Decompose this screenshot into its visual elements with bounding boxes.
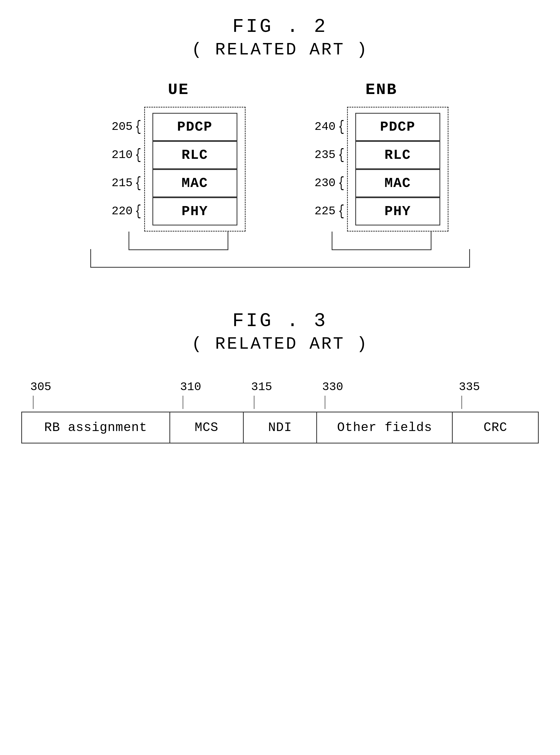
enb-ref-240: 240 } (315, 113, 347, 141)
ue-ref-215: 215 } (112, 169, 144, 197)
enb-phy-layer: PHY (355, 197, 440, 225)
enb-ref-235: 235 } (315, 141, 347, 169)
ue-dashed-box: PDCP RLC MAC PHY (144, 107, 246, 232)
enb-curly-230: } (338, 176, 344, 191)
enb-entity: ENB 240 } 235 } 230 } (315, 81, 448, 250)
ue-mac-layer: MAC (153, 169, 237, 197)
ref-310-tick (183, 396, 183, 409)
enb-ref-240-text: 240 (315, 120, 336, 133)
cell-mcs-text: MCS (195, 420, 218, 435)
ref-335-tick (461, 396, 462, 409)
ue-ref-205-text: 205 (112, 120, 133, 133)
ref-305-text: 305 (30, 380, 51, 394)
fig2-subtitle: ( RELATED ART ) (21, 40, 539, 59)
enb-ref-230: 230 } (315, 169, 347, 197)
cell-other-fields: Other fields (317, 413, 453, 443)
ue-ref-220: 220 } (112, 197, 144, 225)
ue-ref-210-text: 210 (112, 148, 133, 161)
ue-curly-215: } (135, 176, 141, 191)
cell-other-text: Other fields (337, 420, 432, 435)
cell-rb-assignment: RB assignment (22, 413, 170, 443)
enb-ref-225-text: 225 (315, 204, 336, 218)
cell-crc-text: CRC (483, 420, 507, 435)
cell-ndi-text: NDI (268, 420, 292, 435)
ue-ref-220-text: 220 (112, 204, 133, 218)
enb-pdcp-layer: PDCP (355, 113, 440, 141)
enb-left-labels: 240 } 235 } 230 } 225 } (315, 113, 347, 225)
enb-dashed-box: PDCP RLC MAC PHY (347, 107, 448, 232)
ue-rlc-layer: RLC (153, 141, 237, 169)
ue-connector-box (128, 232, 228, 250)
enb-bottom-connector (315, 232, 448, 250)
bridge-connector (21, 250, 539, 268)
fig2-diagram: UE 205 } 210 } 215 } (21, 81, 539, 250)
ref-315-text: 315 (251, 380, 272, 394)
ue-curly-205: } (135, 119, 141, 134)
enb-curly-225: } (338, 204, 344, 219)
ue-bottom-connector (112, 232, 245, 250)
ref-330-container: 330 (317, 380, 454, 409)
dci-table: RB assignment MCS NDI Other fields CRC (21, 412, 539, 443)
bridge-line (90, 249, 470, 268)
enb-rlc-layer: RLC (355, 141, 440, 169)
enb-ref-225: 225 } (315, 197, 347, 225)
enb-connector-box (332, 232, 432, 250)
fig2-title: FIG . 2 (21, 16, 539, 38)
ref-305-tick (33, 396, 34, 409)
ue-label: UE (112, 81, 245, 99)
ue-entity: UE 205 } 210 } 215 } (112, 81, 245, 250)
enb-ref-235-text: 235 (315, 148, 336, 161)
ref-335-container: 335 (454, 380, 538, 409)
ue-pdcp-layer: PDCP (153, 113, 237, 141)
ue-left-labels: 205 } 210 } 215 } 220 } (112, 113, 144, 225)
enb-stack: 240 } 235 } 230 } 225 } (315, 107, 448, 232)
ref-315-tick (254, 396, 254, 409)
ref-310-text: 310 (180, 380, 201, 394)
enb-ref-230-text: 230 (315, 176, 336, 190)
ue-ref-210: 210 } (112, 141, 144, 169)
ue-ref-205: 205 } (112, 113, 144, 141)
fig2-section: FIG . 2 ( RELATED ART ) UE 205 } 210 } (21, 16, 539, 268)
ref-310-container: 310 (175, 380, 246, 409)
cell-crc: CRC (453, 413, 538, 443)
dci-table-container: 305 310 315 330 (21, 380, 539, 443)
ref-330-text: 330 (322, 380, 343, 394)
ref-335-text: 335 (459, 380, 480, 394)
fig3-title: FIG . 3 (21, 310, 539, 332)
enb-label: ENB (315, 81, 448, 99)
enb-curly-235: } (338, 148, 344, 162)
ref-315-container: 315 (246, 380, 317, 409)
ue-curly-210: } (135, 148, 141, 162)
cell-mcs: MCS (170, 413, 244, 443)
cell-rb-text: RB assignment (44, 420, 147, 435)
ref-330-tick (325, 396, 325, 409)
enb-mac-layer: MAC (355, 169, 440, 197)
ref-numbers-row: 305 310 315 330 (21, 380, 539, 409)
fig3-section: FIG . 3 ( RELATED ART ) 305 310 315 (21, 310, 539, 443)
ue-curly-220: } (135, 204, 141, 219)
ue-phy-layer: PHY (153, 197, 237, 225)
cell-ndi: NDI (244, 413, 317, 443)
ue-stack: 205 } 210 } 215 } 220 } (112, 107, 245, 232)
enb-curly-240: } (338, 119, 344, 134)
page: FIG . 2 ( RELATED ART ) UE 205 } 210 } (0, 0, 560, 755)
ref-305-container: 305 (22, 380, 175, 409)
ue-ref-215-text: 215 (112, 176, 133, 190)
fig3-subtitle: ( RELATED ART ) (21, 335, 539, 354)
